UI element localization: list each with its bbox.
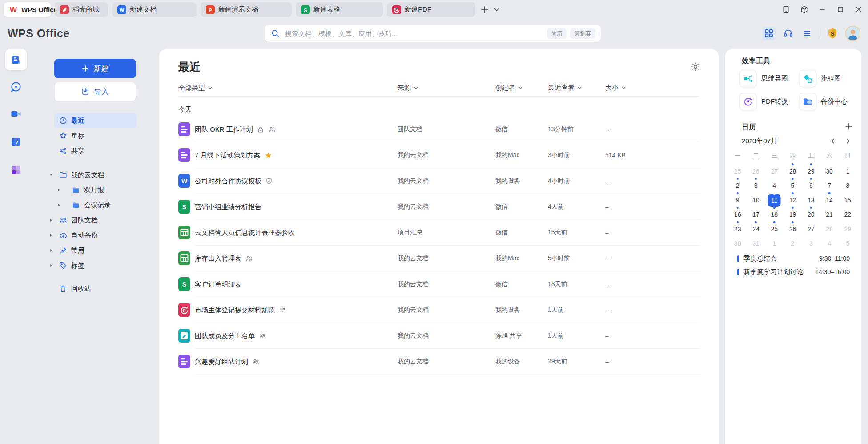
calendar-day[interactable]: 12: [784, 191, 802, 206]
filter-来源[interactable]: 来源: [398, 84, 418, 92]
rail-item-documents[interactable]: [5, 49, 27, 70]
vip-badge-button[interactable]: S: [826, 27, 839, 40]
mobile-link-button[interactable]: [780, 4, 791, 15]
tool-pdf-convert[interactable]: PPDF转换: [739, 93, 799, 110]
tab-list-dropdown-button[interactable]: [493, 6, 501, 14]
caret-right-icon[interactable]: [49, 248, 53, 253]
sidebar-item-team-docs[interactable]: 团队文档: [32, 213, 159, 228]
calendar-event[interactable]: 季度总结会9:30–11:00: [737, 252, 850, 265]
file-row[interactable]: 兴趣爱好组队计划我的云文档我的设备29天前–: [159, 349, 719, 375]
sidebar-item-frequent[interactable]: 常用: [32, 243, 159, 258]
calendar-day[interactable]: 2: [784, 235, 802, 250]
calendar-day[interactable]: 15: [839, 191, 857, 206]
rail-item-calendar[interactable]: 7: [5, 131, 27, 153]
import-button[interactable]: 导入: [54, 82, 136, 101]
calendar-day[interactable]: 19: [784, 206, 802, 221]
tab-wps-office[interactable]: WWPS Office: [4, 2, 51, 17]
calendar-day[interactable]: 21: [820, 206, 838, 221]
calendar-day-selected[interactable]: 11: [765, 191, 784, 206]
settings-button[interactable]: [690, 61, 701, 72]
calendar-day[interactable]: 9: [728, 191, 747, 206]
caret-right-icon[interactable]: [57, 188, 61, 192]
calendar-day[interactable]: 3: [747, 177, 765, 192]
calendar-day[interactable]: 18: [765, 206, 784, 221]
calendar-day[interactable]: 3: [802, 235, 820, 250]
calendar-day[interactable]: 30: [728, 235, 747, 250]
minimize-button[interactable]: [817, 4, 828, 15]
calendar-day[interactable]: 16: [728, 206, 747, 221]
rail-item-meetings[interactable]: [5, 103, 27, 125]
calendar-day[interactable]: 26: [784, 220, 802, 235]
tab-new-document[interactable]: W新建文档: [112, 2, 197, 17]
caret-right-icon[interactable]: [49, 233, 53, 238]
calendar-day[interactable]: 2: [728, 177, 747, 192]
file-row[interactable]: S客户订单明细表我的云文档微信18天前–: [159, 271, 719, 297]
file-row[interactable]: S营销小组业绩分析报告我的云文档微信4天前–: [159, 194, 719, 220]
sidebar-item-my-cloud-docs[interactable]: 我的云文档: [32, 167, 159, 182]
task-list-button[interactable]: [800, 27, 814, 40]
rail-item-messages[interactable]: [5, 76, 27, 97]
search-input[interactable]: [284, 29, 547, 38]
calendar-day[interactable]: 29: [839, 220, 857, 235]
calendar-day[interactable]: 26: [747, 162, 765, 177]
calendar-day[interactable]: 1: [839, 162, 857, 177]
filter-创建者[interactable]: 创建者: [495, 84, 523, 92]
calendar-prev-button[interactable]: [829, 137, 836, 145]
file-row[interactable]: 团队成员及分工名单我的云文档陈旭 共享1天前–: [159, 323, 719, 349]
calendar-day[interactable]: 17: [747, 206, 765, 221]
file-row[interactable]: 云文档管人员信息统计表理器验收项目汇总微信15天前–: [159, 220, 719, 246]
calendar-day[interactable]: 13: [802, 191, 820, 206]
tab-new-presentation[interactable]: P新建演示文稿: [201, 2, 292, 17]
calendar-day[interactable]: 22: [839, 206, 857, 221]
sidebar-item-starred[interactable]: 星标: [32, 128, 159, 143]
filter-全部类型[interactable]: 全部类型: [178, 84, 213, 92]
calendar-day[interactable]: 31: [747, 235, 765, 250]
calendar-day[interactable]: 1: [765, 235, 784, 250]
calendar-day[interactable]: 25: [765, 220, 784, 235]
calendar-event[interactable]: 新季度学习计划讨论14:30–16:00: [737, 265, 850, 279]
tool-flowchart[interactable]: 流程图: [799, 70, 852, 87]
calendar-day[interactable]: 14: [820, 191, 838, 206]
new-document-button[interactable]: 新建: [54, 59, 136, 78]
filter-大小[interactable]: 大小: [605, 84, 626, 92]
search-hot-tag[interactable]: 策划案: [570, 28, 595, 39]
calendar-day[interactable]: 7: [820, 177, 838, 192]
support-button[interactable]: [781, 27, 795, 40]
close-button[interactable]: [853, 4, 864, 15]
calendar-day[interactable]: 6: [802, 177, 820, 192]
calendar-day[interactable]: 27: [765, 162, 784, 177]
tool-backup-center[interactable]: 备份中心: [799, 93, 852, 110]
tab-docer-mall[interactable]: 稻壳商城: [55, 2, 108, 17]
maximize-button[interactable]: [835, 4, 846, 15]
file-row[interactable]: 团队 OKR 工作计划团队文档微信13分钟前–: [159, 117, 719, 142]
calendar-day[interactable]: 27: [802, 220, 820, 235]
file-row[interactable]: 7 月线下活动策划方案我的云文档我的Mac3小时前514 KB: [159, 142, 719, 168]
calendar-day[interactable]: 28: [820, 220, 838, 235]
calendar-next-button[interactable]: [844, 137, 852, 145]
calendar-day[interactable]: 20: [802, 206, 820, 221]
calendar-day[interactable]: 29: [802, 162, 820, 177]
caret-right-icon[interactable]: [57, 203, 61, 207]
sidebar-item-meeting-notes[interactable]: 会议记录: [32, 198, 159, 213]
calendar-day[interactable]: 30: [820, 162, 838, 177]
file-row[interactable]: 库存出入管理表我的云文档我的Mac5小时前–: [159, 246, 719, 271]
rail-item-apps[interactable]: [5, 159, 27, 181]
sidebar-item-recent[interactable]: 最近: [32, 113, 159, 128]
tab-new-pdf[interactable]: P新建PDF: [387, 2, 475, 17]
calendar-day[interactable]: 5: [839, 235, 857, 250]
caret-down-icon[interactable]: [49, 173, 53, 177]
new-tab-button[interactable]: [479, 4, 490, 15]
calendar-day[interactable]: 8: [839, 177, 857, 192]
sidebar-item-shared[interactable]: 共享: [32, 143, 159, 158]
search-hot-tag[interactable]: 简历: [547, 28, 567, 39]
calendar-day[interactable]: 28: [784, 162, 802, 177]
add-event-button[interactable]: [844, 122, 853, 131]
avatar[interactable]: [845, 25, 861, 41]
file-row[interactable]: P市场主体登记提交材料规范我的云文档我的设备1天前–: [159, 297, 719, 323]
calendar-day[interactable]: 23: [728, 220, 747, 235]
apps-grid-button[interactable]: [762, 27, 776, 40]
sidebar-item-auto-backup[interactable]: 自动备份: [32, 228, 159, 243]
calendar-day[interactable]: 4: [765, 177, 784, 192]
caret-right-icon[interactable]: [49, 263, 53, 268]
calendar-day[interactable]: 10: [747, 191, 765, 206]
